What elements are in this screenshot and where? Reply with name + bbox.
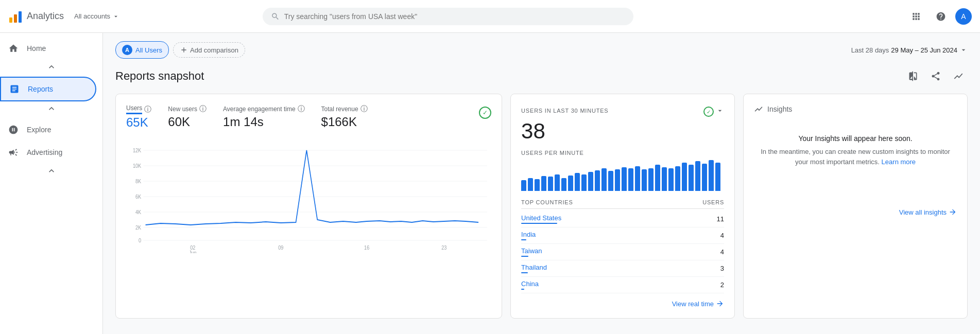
collapse-arrow-3[interactable] [0, 164, 102, 181]
insights-chart-icon [953, 71, 964, 81]
sidebar-item-home[interactable]: Home [0, 37, 96, 60]
metric-info-icon[interactable]: ⓘ [144, 105, 151, 114]
analytics-logo-icon [8, 9, 23, 24]
help-button[interactable] [931, 6, 951, 27]
sidebar-item-reports[interactable]: Reports [0, 77, 96, 101]
mini-bar [695, 161, 700, 191]
metric-new-users-info-icon[interactable]: ⓘ [199, 104, 207, 114]
svg-rect-2 [19, 11, 22, 23]
topbar-right: A [906, 6, 972, 27]
date-range-selector[interactable]: Last 28 days 29 May – 25 Jun 2024 [851, 46, 968, 54]
chart-area: 12K 10K 8K 6K 4K 2K 0 02 Jun 09 16 23 [126, 140, 491, 253]
insights-header: Insights [754, 104, 957, 114]
mini-bar [581, 174, 587, 191]
country-name[interactable]: Taiwan [521, 247, 542, 257]
country-bar [521, 239, 526, 240]
cards-row: Users ⓘ 65K New users ⓘ 60K Average enga… [115, 94, 968, 319]
accounts-button[interactable]: All accounts [70, 10, 124, 22]
realtime-chevron-icon[interactable] [716, 107, 724, 115]
country-name[interactable]: United States [521, 214, 561, 224]
mini-bar [702, 164, 707, 191]
compare-icon-button[interactable] [904, 67, 922, 85]
accounts-label: All accounts [74, 12, 110, 20]
arrow-right-insights-icon [949, 208, 957, 216]
countries-table: Top Countries Users United States11India… [521, 199, 724, 293]
country-row: Thailand3 [521, 260, 724, 277]
country-name[interactable]: India [521, 231, 536, 240]
realtime-header: Users in last 30 minutes ✓ [521, 104, 724, 117]
country-bar [521, 272, 528, 273]
add-comparison-button[interactable]: Add comparison [173, 42, 245, 58]
view-realtime-link[interactable]: View real time [521, 300, 724, 308]
metric-revenue-info-icon[interactable]: ⓘ [360, 104, 368, 114]
mini-bar [561, 178, 566, 191]
collapse-arrow-2[interactable] [0, 101, 102, 118]
mini-bar-chart [521, 160, 724, 191]
svg-text:10K: 10K [133, 163, 142, 169]
svg-rect-0 [9, 17, 12, 23]
mini-bar [648, 168, 654, 191]
country-name[interactable]: China [521, 280, 539, 290]
view-insights-link[interactable]: View all insights [754, 208, 957, 216]
country-bar [521, 256, 528, 257]
search-input[interactable] [284, 12, 626, 21]
sidebar-item-label-explore: Explore [27, 126, 51, 134]
metric-users-label: Users ⓘ [126, 104, 151, 114]
sidebar-item-advertising[interactable]: Advertising [0, 141, 96, 164]
filter-left: A All Users Add comparison [115, 41, 245, 59]
mini-bar [668, 168, 674, 191]
countries-rows: United States11India4Taiwan4Thailand3Chi… [521, 211, 724, 293]
svg-text:23: 23 [441, 244, 447, 251]
insights-empty-text-part1: In the meantime, you can create new cust… [761, 148, 950, 166]
search-bar [263, 8, 633, 25]
sidebar-item-explore[interactable]: Explore [0, 118, 96, 141]
topbar: Analytics All accounts A [0, 0, 980, 33]
mini-bar [622, 167, 627, 191]
reports-icon [9, 84, 20, 94]
search-input-wrapper[interactable] [263, 8, 633, 25]
country-users-count: 4 [720, 232, 724, 239]
mini-bar [595, 170, 600, 191]
svg-text:16: 16 [364, 244, 370, 251]
country-users-count: 11 [717, 215, 724, 223]
metric-new-users-value: 60K [168, 115, 207, 129]
mini-bar [528, 178, 533, 191]
main-content: A All Users Add comparison Last 28 days … [103, 33, 980, 334]
date-range-prefix: Last 28 days [851, 46, 889, 54]
chart-card: Users ⓘ 65K New users ⓘ 60K Average enga… [115, 94, 502, 319]
sidebar-item-label-advertising: Advertising [27, 148, 62, 156]
analytics-icon-button[interactable] [949, 67, 968, 85]
learn-more-link[interactable]: Learn more [882, 158, 916, 166]
country-users-count: 3 [720, 265, 724, 272]
mini-bar [615, 169, 620, 191]
insights-header-label: Insights [767, 105, 792, 113]
top-countries-label: Top Countries [521, 199, 573, 205]
compare-icon [908, 71, 918, 81]
logo-area: Analytics [8, 9, 64, 24]
mini-bar [715, 163, 720, 191]
collapse-arrow-1[interactable] [0, 60, 102, 77]
mini-bar [662, 167, 667, 191]
realtime-label: Users in last 30 minutes [521, 108, 608, 114]
share-icon-button[interactable] [926, 67, 945, 85]
metric-engagement-value: 1m 14s [223, 115, 305, 129]
countries-header: Top Countries Users [521, 199, 724, 209]
section-title: Reports snapshot [115, 67, 968, 85]
filter-bar: A All Users Add comparison Last 28 days … [115, 41, 968, 59]
country-name[interactable]: Thailand [521, 263, 547, 273]
all-users-chip[interactable]: A All Users [115, 41, 169, 59]
sidebar: Home Reports Explore Advertising [0, 33, 103, 334]
view-realtime-label: View real time [672, 300, 714, 308]
mini-bar [608, 171, 613, 191]
avatar[interactable]: A [955, 8, 972, 25]
insights-empty-body: Your Insights will appear here soon. In … [754, 124, 957, 177]
mini-bar [521, 180, 526, 191]
metrics-row: Users ⓘ 65K New users ⓘ 60K Average enga… [126, 104, 491, 130]
mini-bar [628, 168, 633, 191]
metric-engagement-info-icon[interactable]: ⓘ [298, 104, 305, 114]
help-icon [936, 11, 946, 22]
mini-bar [682, 163, 687, 191]
all-users-label: All Users [135, 46, 162, 54]
mini-bar [568, 175, 573, 191]
apps-button[interactable] [906, 6, 926, 27]
